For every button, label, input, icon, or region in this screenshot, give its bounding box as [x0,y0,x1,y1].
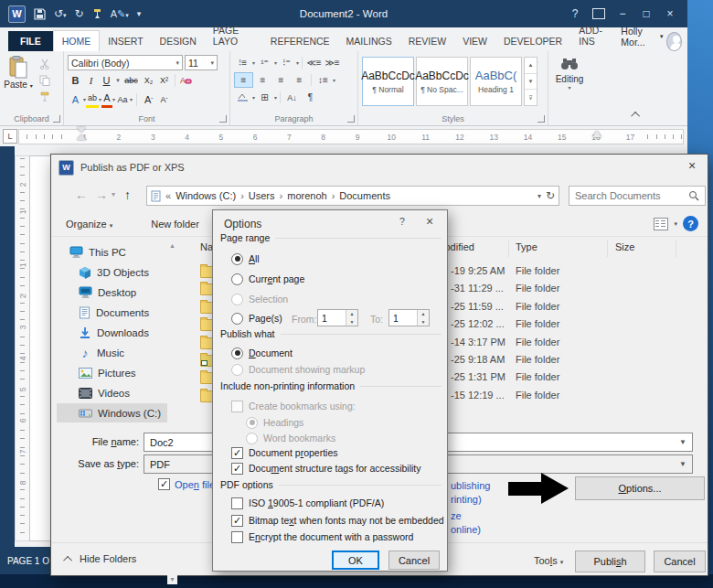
close-button[interactable]: × [658,4,682,24]
sidebar-item-pictures[interactable]: Pictures [57,363,171,382]
sort-button[interactable]: A↓ [283,91,301,104]
column-size[interactable]: Size [615,241,634,252]
breadcrumb-item-documents[interactable]: Documents [339,190,390,201]
tab-home[interactable]: HOME [53,30,101,51]
cut-icon[interactable] [37,57,53,71]
format-painter-qat-icon[interactable] [92,8,102,19]
tab-mailings[interactable]: MAILINGS [338,31,400,51]
styles-gallery-more[interactable]: ⊽ [525,89,537,105]
tools-menu[interactable]: Tools ▾ [534,555,563,566]
sidebar-item-desktop[interactable]: Desktop [57,283,171,302]
radio-current-page[interactable]: Current page [231,272,304,286]
tab-references[interactable]: REFERENCE [262,31,338,51]
justify-button[interactable]: ≡ [291,73,308,87]
sidebar-item-this-pc[interactable]: This PC [57,242,171,262]
clipboard-dialog-launcher[interactable] [53,115,60,123]
tab-file[interactable]: FILE [8,31,53,51]
underline-button[interactable]: U [99,73,114,88]
save-icon[interactable] [34,8,46,20]
show-formatting-button[interactable]: ¶ [302,91,319,104]
breadcrumb-separator[interactable]: › [240,190,244,201]
search-input[interactable]: Search Documents [569,186,706,206]
align-center-button[interactable]: ≡ [254,73,271,87]
italic-button[interactable]: I [83,73,99,88]
from-spinner[interactable]: 1▲▼ [317,309,358,326]
paste-button[interactable]: ​Paste ▾ [0,54,37,104]
style-pen-icon[interactable]: A✎▾ [111,8,129,20]
sidebar-item-documents[interactable]: Documents [57,303,171,322]
breadcrumb-item-user[interactable]: morenoh [287,190,326,201]
spin-down-icon[interactable]: ▼ [346,318,357,326]
shrink-font-button[interactable]: Aˇ [156,92,172,107]
breadcrumb[interactable]: « Windows (C:) › Users › morenoh › Docum… [146,186,559,206]
scroll-up-icon[interactable]: ▲ [169,242,176,249]
tab-insert[interactable]: INSERT [100,31,151,51]
subscript-button[interactable]: X₂ [141,73,156,88]
styles-scroll-down[interactable]: ▼ [525,73,537,90]
paragraph-dialog-launcher[interactable] [347,115,355,123]
styles-scroll-up[interactable]: ▲ [525,58,537,73]
publish-dialog-close-icon[interactable]: × [678,155,706,176]
column-type[interactable]: Type [516,241,537,252]
document-page[interactable] [29,155,52,541]
style-no-spacing[interactable]: AaBbCcDc ¶ No Spac... [416,57,468,106]
shading-button[interactable] [234,91,251,104]
font-color-button[interactable]: A [101,91,112,108]
decrease-indent-button[interactable]: ≪≡ [305,56,323,69]
radio-pages[interactable]: Page(s) [231,311,282,326]
undo-icon[interactable]: ↺▾ [54,7,67,20]
tab-review[interactable]: REVIEW [400,31,454,51]
breadcrumb-overflow[interactable]: « [165,190,171,201]
breadcrumb-separator[interactable]: › [280,190,283,201]
options-help-icon[interactable]: ? [388,210,416,232]
ok-button[interactable]: OK [332,551,379,570]
redo-icon[interactable]: ↻ [75,7,84,20]
breadcrumb-item-users[interactable]: Users [249,190,275,201]
sidebar-item-music[interactable]: ♪ Music [57,343,171,362]
help-icon[interactable]: ? [683,216,698,231]
sidebar-item-videos[interactable]: Videos [57,383,171,402]
borders-button[interactable]: ⊞ [256,91,273,104]
format-painter-icon[interactable] [37,90,53,104]
sidebar-item-windows-c[interactable]: Windows (C:) [57,403,171,422]
tab-page-layout[interactable]: PAGE LAYO [205,20,262,51]
checkbox-encrypt[interactable]: Encrypt the document with a password [231,529,413,544]
highlight-color-button[interactable]: ab [86,91,99,108]
to-spinner[interactable]: 1▲▼ [388,309,430,326]
scroll-down-icon[interactable]: ▼ [169,576,176,583]
spin-up-icon[interactable]: ▲ [346,310,357,318]
qat-more-icon[interactable]: ▾ [137,9,142,18]
collapse-ribbon-icon[interactable] [633,105,640,122]
search-icon[interactable] [688,190,699,201]
numbering-button[interactable]: ¹⁼ [256,56,273,69]
bullets-button[interactable]: ⁝≡ [234,56,251,69]
account-menu[interactable]: Holly Mor...▾ [617,22,666,51]
word-logo-icon[interactable]: W [8,5,26,23]
tab-view[interactable]: VIEW [454,31,495,51]
breadcrumb-dropdown-icon[interactable]: ▾ [537,192,541,200]
organize-menu[interactable]: Organize ▾ [66,219,112,230]
copy-icon[interactable] [37,73,53,88]
sidebar-scrollbar[interactable]: ▲▼ [167,241,177,584]
multilevel-list-button[interactable]: ⁝⁼ [278,56,295,69]
options-button[interactable]: Options... [575,476,705,500]
page-count-status[interactable]: PAGE 1 O [7,556,49,566]
options-close-icon[interactable]: × [416,210,443,232]
tab-selector[interactable]: L [3,129,17,144]
text-effects-button[interactable]: A [68,92,83,107]
back-icon[interactable]: ← [75,187,88,202]
style-normal[interactable]: AaBbCcDc ¶ Normal [362,57,414,106]
tab-design[interactable]: DESIGN [152,31,205,51]
indent-marker-hanging[interactable] [77,134,86,140]
checkbox-structure-tags[interactable]: ✓Document structure tags for accessibili… [231,461,421,476]
strikethrough-button[interactable]: abc [122,73,141,88]
change-case-button[interactable]: Aa [115,92,130,107]
sidebar-item-3d-objects[interactable]: 3D Objects [57,262,171,282]
font-size-combo[interactable]: 11▾ [185,55,218,70]
view-mode-icon[interactable] [654,218,668,230]
hide-folders-button[interactable]: Hide Folders [66,553,136,564]
clear-formatting-icon[interactable]: A [178,73,194,88]
style-heading1[interactable]: AaBbC( Heading 1 [470,57,522,106]
checkbox-bitmap-text[interactable]: ✓Bitmap text when fonts may not be embed… [231,513,444,528]
breadcrumb-item-drive[interactable]: Windows (C:) [176,190,236,201]
